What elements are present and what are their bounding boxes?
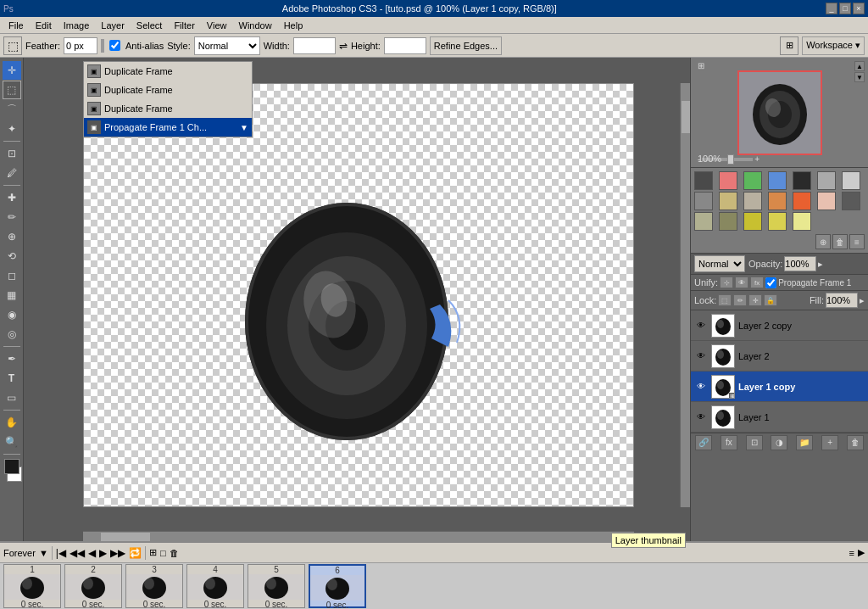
lock-transparent-icon[interactable]: ⬚ [718,294,732,306]
canvas-scrollbar-h[interactable] [83,531,634,541]
unify-style-icon[interactable]: fx [750,277,764,288]
menu-window[interactable]: Window [234,19,277,32]
image-canvas[interactable] [83,83,634,507]
canvas-scrollbar-v[interactable] [680,83,690,507]
width-input[interactable] [293,37,336,54]
layer-delete-button[interactable]: 🗑 [847,435,864,450]
frame-5[interactable]: 5 0 sec. [248,564,305,608]
anim-panel-menu[interactable]: ≡ [849,548,854,558]
frame-1[interactable]: 1 0 sec. [3,564,61,608]
play-prev-frame-button[interactable]: ◀ [88,547,96,559]
swatch-14[interactable] [842,192,860,210]
delete-frame-button[interactable]: 🗑 [170,548,179,558]
swatch-delete-icon[interactable]: 🗑 [832,234,848,249]
menu-layer[interactable]: Layer [96,19,130,32]
preview-thumbnail[interactable] [737,70,822,155]
frame-4-time[interactable]: 0 sec. [204,600,227,609]
window-controls[interactable]: _ □ × [826,3,865,14]
gradient-tool[interactable]: ▦ [3,286,21,304]
lock-image-icon[interactable]: ✏ [733,294,747,306]
refine-edges-button[interactable]: Refine Edges... [430,36,502,55]
swatch-9[interactable] [719,192,737,210]
layer-row-layer1[interactable]: 👁 Layer 1 [691,402,868,433]
duplicate-frame-button[interactable]: □ [160,548,166,558]
close-button[interactable]: × [853,3,865,14]
history-tool[interactable]: ⟲ [3,247,21,265]
swatch-7[interactable] [842,171,860,190]
menu-view[interactable]: View [202,19,232,32]
frame-3[interactable]: 3 0 sec. [125,564,183,608]
swatch-13[interactable] [817,192,836,210]
frame-6-time[interactable]: 0 sec. [326,601,349,609]
lock-position-icon[interactable]: ✛ [748,294,762,306]
propagate-checkbox[interactable] [765,277,776,288]
menu-filter[interactable]: Filter [169,19,199,32]
shape-tool[interactable]: ▭ [3,388,21,407]
dodge-tool[interactable]: ◎ [3,325,21,344]
swatch-4[interactable] [768,171,787,190]
tween-button[interactable]: ⊞ [149,547,157,558]
zoom-handle[interactable] [727,154,734,165]
swatch-5[interactable] [793,171,811,190]
swatch-3[interactable] [743,171,762,190]
height-input[interactable] [384,37,426,54]
anim-option-1[interactable]: ▣ Duplicate Frame [84,62,252,81]
lasso-tool[interactable]: ⌒ [3,100,21,119]
menu-select[interactable]: Select [131,19,168,32]
play-button[interactable]: ▶ [99,547,107,559]
anim-option-2[interactable]: ▣ Duplicate Frame [84,81,252,99]
swatch-16[interactable] [719,212,737,231]
loop-button[interactable]: 🔁 [129,547,142,559]
width-swap-icon[interactable]: ⇌ [339,40,348,52]
loop-dropdown[interactable]: ▼ [39,548,48,558]
unify-position-icon[interactable]: ⊹ [720,277,733,288]
menu-file[interactable]: File [3,19,29,32]
layer-link-button[interactable]: 🔗 [695,435,712,450]
anti-alias-checkbox[interactable] [109,40,120,51]
layer-row-layer2copy[interactable]: 👁 Layer 2 copy [691,310,868,341]
preview-nav-arrows[interactable]: ▲ ▼ [854,61,865,82]
workspace-button[interactable]: Workspace ▾ [802,36,865,55]
layer-group-button[interactable]: 📁 [796,435,813,450]
anim-option-3[interactable]: ▣ Duplicate Frame [84,99,252,118]
layer-mask-button[interactable]: ⊡ [746,435,763,450]
eraser-tool[interactable]: ◻ [3,266,21,285]
lock-all-icon[interactable]: 🔒 [764,294,777,306]
frame-2-time[interactable]: 0 sec. [82,600,105,609]
layer-new-button[interactable]: + [821,435,838,450]
anim-option-4[interactable]: ▣ Propagate Frame 1 Ch... ▼ [84,118,252,137]
layer-visibility-layer2copy[interactable]: 👁 [694,319,708,332]
swatch-15[interactable] [694,212,713,231]
swatch-menu-icon[interactable]: ≡ [849,234,865,249]
swatch-18[interactable] [768,212,787,231]
blur-tool[interactable]: ◉ [3,305,21,324]
play-first-button[interactable]: |◀ [56,547,66,559]
swatch-6[interactable] [817,171,836,190]
crop-tool[interactable]: ⊡ [3,144,21,163]
healing-tool[interactable]: ✚ [3,188,21,207]
play-prev-button[interactable]: ◀◀ [70,547,85,559]
swatch-12[interactable] [793,192,811,210]
swatch-8[interactable] [694,192,713,210]
opacity-arrow[interactable]: ▸ [818,259,823,270]
layer-row-layer2[interactable]: 👁 Layer 2 [691,341,868,372]
frame-2[interactable]: 2 0 sec. [64,564,122,608]
blend-mode-select[interactable]: Normal Multiply Screen [694,255,745,272]
opacity-input[interactable] [784,256,816,271]
layer-visibility-layer1copy[interactable]: 👁 [694,380,708,394]
brush-tool[interactable]: ✏ [3,208,21,226]
foreground-color[interactable] [4,459,19,474]
swatch-11[interactable] [768,192,787,210]
zoom-in-icon[interactable]: + [754,154,760,164]
menu-edit[interactable]: Edit [31,19,57,32]
layer-visibility-layer1[interactable]: 👁 [694,411,708,424]
move-tool[interactable]: ✛ [3,61,21,80]
layer-row-layer1copy[interactable]: 👁 ⊕ Layer 1 copy [691,372,868,402]
unify-visibility-icon[interactable]: 👁 [735,277,748,288]
eyedropper-tool[interactable]: 🖉 [3,164,21,182]
magic-wand-tool[interactable]: ✦ [3,120,21,138]
menu-help[interactable]: Help [279,19,309,32]
swatch-new-icon[interactable]: ⊕ [815,234,831,249]
feather-input[interactable] [64,37,97,54]
anim-panel-arrow[interactable]: ▶ [858,547,865,558]
